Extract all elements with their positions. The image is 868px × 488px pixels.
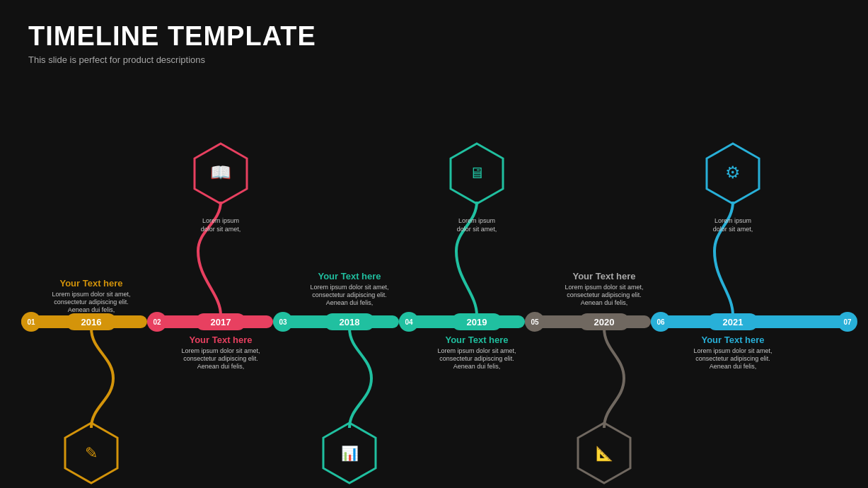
svg-point-22 [273,312,293,332]
svg-text:Lorem ipsum: Lorem ipsum [714,217,751,224]
svg-rect-1 [147,315,273,328]
svg-point-30 [838,312,857,332]
svg-text:consectetur adipiscing elit.: consectetur adipiscing elit. [312,291,387,298]
svg-text:Aenean  dui felis,: Aenean dui felis, [326,299,374,306]
svg-text:consectetur adipiscing elit.: consectetur adipiscing elit. [695,355,770,362]
slide: TIMELINE TEMPLATE This slide is perfect … [0,0,868,488]
svg-text:05: 05 [531,318,539,326]
svg-text:04: 04 [405,318,413,326]
svg-text:Lorem ipsum dolor sit amet,: Lorem ipsum dolor sit amet, [565,284,643,291]
svg-text:Lorem ipsum dolor sit amet,: Lorem ipsum dolor sit amet, [52,291,130,298]
svg-rect-12 [451,313,502,330]
svg-text:2016: 2016 [81,317,102,327]
svg-text:2021: 2021 [723,317,743,327]
svg-point-24 [399,312,419,332]
svg-rect-16 [707,313,758,330]
svg-text:dolor sit amet,: dolor sit amet, [713,226,753,233]
svg-point-26 [525,312,545,332]
timeline-svg: 2016 2017 2018 2019 2020 2021 01 02 03 0… [0,85,868,488]
svg-rect-6 [66,313,117,330]
svg-text:✎: ✎ [85,444,98,462]
svg-text:🖥: 🖥 [469,164,485,182]
svg-point-28 [651,312,671,332]
svg-point-20 [147,312,167,332]
svg-text:Your Text here: Your Text here [701,335,764,345]
svg-text:Aenean  dui felis,: Aenean dui felis, [710,363,757,370]
main-title: TIMELINE TEMPLATE [28,21,840,52]
svg-text:07: 07 [843,318,852,326]
subtitle: This slide is perfect for product descri… [28,54,840,65]
svg-text:2020: 2020 [594,317,615,327]
svg-text:Your  Text here: Your Text here [59,278,122,289]
header: TIMELINE TEMPLATE This slide is perfect … [28,21,840,65]
svg-marker-32 [65,423,117,483]
svg-text:Aenean  dui felis,: Aenean dui felis, [68,306,115,313]
svg-text:2019: 2019 [467,317,487,327]
svg-point-18 [21,312,41,332]
svg-rect-2 [273,315,399,328]
svg-rect-14 [579,313,630,330]
svg-text:consectetur adipiscing elit.: consectetur adipiscing elit. [183,355,258,362]
svg-text:2017: 2017 [211,317,231,327]
svg-text:⚙: ⚙ [725,163,741,182]
svg-text:📐: 📐 [596,445,613,462]
svg-marker-56 [451,144,503,204]
svg-text:Aenean  dui felis,: Aenean dui felis, [453,363,501,370]
svg-rect-3 [399,315,525,328]
svg-marker-40 [195,144,247,204]
svg-text:Your  Text here: Your Text here [445,335,508,345]
svg-rect-4 [525,315,651,328]
svg-text:01: 01 [27,318,35,326]
svg-text:Lorem ipsum dolor sit amet,: Lorem ipsum dolor sit amet, [181,347,260,354]
svg-text:Lorem ipsum dolor sit amet,: Lorem ipsum dolor sit amet, [437,347,516,354]
svg-rect-8 [195,313,246,330]
svg-text:Your  Text here: Your Text here [318,271,381,281]
svg-text:Aenean  dui felis,: Aenean dui felis, [581,299,628,306]
svg-text:06: 06 [656,318,665,326]
svg-text:Lorem ipsum dolor sit amet,: Lorem ipsum dolor sit amet, [693,347,772,354]
svg-marker-72 [707,144,759,204]
svg-text:consectetur adipiscing elit.: consectetur adipiscing elit. [54,298,129,306]
svg-text:dolor sit amet,: dolor sit amet, [201,226,241,233]
svg-rect-0 [21,315,147,328]
svg-rect-10 [324,313,375,330]
svg-marker-48 [323,423,376,483]
svg-text:Lorem ipsum: Lorem ipsum [202,217,239,224]
svg-text:03: 03 [279,318,287,326]
svg-text:consectetur adipiscing elit.: consectetur adipiscing elit. [439,355,514,362]
svg-text:consectetur adipiscing elit.: consectetur adipiscing elit. [567,291,642,298]
svg-text:2018: 2018 [340,317,360,327]
svg-text:📊: 📊 [341,445,359,462]
svg-text:dolor sit amet,: dolor sit amet, [457,226,497,233]
svg-text:Lorem ipsum dolor sit amet,: Lorem ipsum dolor sit amet, [310,284,388,291]
svg-text:Your Text here: Your Text here [189,335,252,345]
svg-text:Your  Text here: Your Text here [572,271,635,281]
svg-rect-5 [651,315,847,328]
svg-text:Lorem ipsum: Lorem ipsum [458,217,495,224]
svg-text:Aenean  dui felis,: Aenean dui felis, [197,363,245,370]
svg-marker-64 [578,423,630,483]
svg-text:📖: 📖 [210,162,231,182]
svg-text:02: 02 [153,318,161,326]
